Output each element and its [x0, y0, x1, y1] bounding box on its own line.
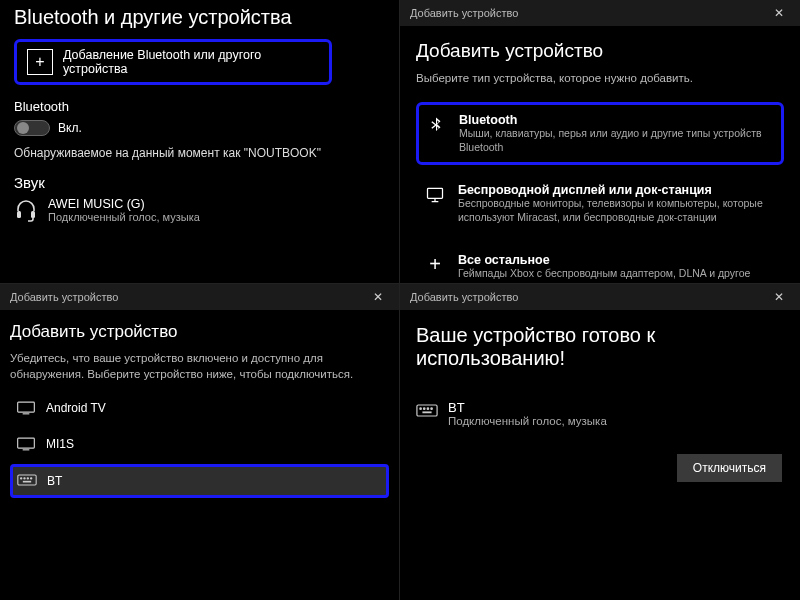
svg-point-15 [431, 408, 432, 409]
option-title: Беспроводной дисплей или док-станция [458, 183, 776, 197]
device-label: BT [47, 474, 62, 488]
dialog-title: Добавить устройство [10, 322, 389, 342]
device-label: Android TV [46, 401, 106, 415]
device-option-mi1s[interactable]: MI1S [10, 428, 389, 460]
dialog-title: Добавить устройство [416, 40, 784, 62]
plus-icon: + [27, 49, 53, 75]
dialog-subtitle: Убедитесь, что ваше устройство включено … [10, 350, 389, 382]
display-icon [16, 400, 36, 416]
bluetooth-section-label: Bluetooth [14, 99, 385, 114]
svg-rect-4 [18, 438, 35, 448]
disconnect-button[interactable]: Отключиться [677, 454, 782, 482]
dialog-subtitle: Выберите тип устройства, которое нужно д… [416, 70, 784, 86]
option-desc: Беспроводные мониторы, телевизоры и комп… [458, 197, 776, 224]
add-device-button[interactable]: + Добавление Bluetooth или другого устро… [14, 39, 332, 85]
add-device-dialog-discover: Добавить устройство ✕ Добавить устройств… [0, 284, 400, 600]
audio-device-status: Подключенный голос, музыка [48, 211, 200, 223]
device-option-bt[interactable]: BT [10, 464, 389, 498]
svg-point-8 [27, 478, 28, 479]
bluetooth-icon [425, 114, 447, 136]
settings-bluetooth-page: Bluetooth и другие устройства + Добавлен… [0, 0, 400, 284]
close-icon[interactable]: ✕ [768, 288, 790, 306]
svg-point-7 [24, 478, 25, 479]
headset-icon [14, 198, 38, 222]
display-icon [16, 436, 36, 452]
keyboard-icon [416, 403, 436, 419]
svg-point-14 [427, 408, 428, 409]
option-title: Bluetooth [459, 113, 775, 127]
svg-rect-3 [18, 402, 35, 412]
plus-icon: + [424, 254, 446, 276]
bluetooth-toggle[interactable]: Вкл. [14, 120, 385, 136]
dialog-header-label: Добавить устройство [410, 291, 518, 303]
add-device-dialog-ready: Добавить устройство ✕ Ваше устройство го… [400, 284, 800, 600]
svg-point-9 [31, 478, 32, 479]
option-desc: Геймпады Xbox с беспроводным адаптером, … [458, 267, 750, 281]
dialog-header-label: Добавить устройство [10, 291, 118, 303]
option-everything-else[interactable]: + Все остальное Геймпады Xbox с беспрово… [416, 243, 784, 284]
svg-point-13 [424, 408, 425, 409]
option-bluetooth[interactable]: Bluetooth Мыши, клавиатуры, перья или ау… [416, 102, 784, 165]
svg-point-6 [21, 478, 22, 479]
device-option-android-tv[interactable]: Android TV [10, 392, 389, 424]
audio-device-name: AWEI MUSIC (G) [48, 197, 200, 211]
ready-device-status: Подключенный голос, музыка [448, 415, 607, 427]
audio-device-row[interactable]: AWEI MUSIC (G) Подключенный голос, музык… [14, 197, 385, 223]
svg-rect-5 [18, 475, 36, 485]
dialog-header-label: Добавить устройство [410, 7, 518, 19]
toggle-track[interactable] [14, 120, 50, 136]
option-wireless-display[interactable]: Беспроводной дисплей или док-станция Бес… [416, 173, 784, 234]
option-desc: Мыши, клавиатуры, перья или аудио и друг… [459, 127, 775, 154]
discoverable-status: Обнаруживаемое на данный момент как "NOU… [14, 146, 385, 160]
toggle-state-label: Вкл. [58, 121, 82, 135]
device-label: MI1S [46, 437, 74, 451]
svg-rect-16 [422, 411, 431, 413]
close-icon[interactable]: ✕ [367, 288, 389, 306]
svg-rect-0 [17, 211, 21, 218]
dialog-title: Ваше устройство готово к использованию! [416, 324, 784, 370]
display-icon [424, 184, 446, 206]
ready-device-name: BT [448, 400, 607, 415]
svg-rect-10 [23, 481, 31, 483]
svg-rect-2 [428, 189, 443, 199]
keyboard-icon [17, 473, 37, 489]
page-title: Bluetooth и другие устройства [14, 6, 385, 29]
svg-rect-11 [417, 405, 437, 416]
svg-point-12 [420, 408, 421, 409]
sound-section-header: Звук [14, 174, 385, 191]
add-device-dialog-type: Добавить устройство ✕ Добавить устройств… [400, 0, 800, 284]
option-title: Все остальное [458, 253, 750, 267]
close-icon[interactable]: ✕ [768, 4, 790, 22]
svg-rect-1 [31, 211, 35, 218]
ready-device-row: BT Подключенный голос, музыка [416, 400, 784, 427]
toggle-thumb [17, 122, 29, 134]
add-device-label: Добавление Bluetooth или другого устройс… [63, 48, 319, 76]
